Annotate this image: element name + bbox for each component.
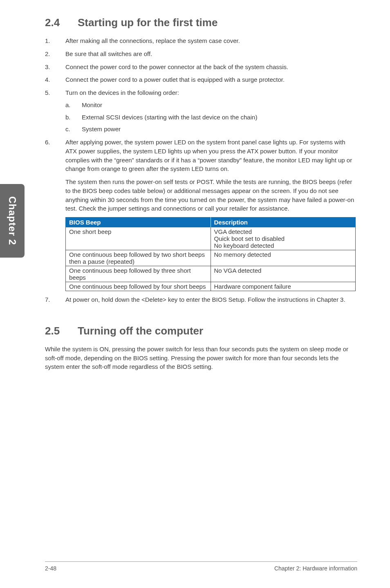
list-item: After making all the connections, replac… [45,36,357,45]
section-title: Turning off the computer [78,325,203,337]
list-item-text: Turn on the devices in the following ord… [65,89,179,96]
sub-list-item-text: Monitor [82,101,102,108]
sub-list-item-text: System power [82,126,121,132]
list-item-paragraph: After applying power, the system power L… [65,139,352,172]
list-item-paragraph: The system then runs the power-on self t… [65,177,357,213]
sub-list-item: Monitor [65,101,357,110]
section-heading-2-5: 2.5Turning off the computer [45,325,357,337]
side-tab-label: Chapter 2 [7,196,18,245]
table-header-cell: Description [211,217,356,227]
table-cell: No memory detected [211,250,356,266]
section-2-5: 2.5Turning off the computer While the sy… [45,325,357,371]
table-row: One continuous beep followed by three sh… [66,266,356,282]
table-cell: Hardware component failure [211,282,356,291]
sub-list-item: System power [65,125,357,134]
list-item: Be sure that all switches are off. [45,49,357,58]
list-item: Connect the power cord to the power conn… [45,63,357,72]
table-cell: No VGA detected [211,266,356,282]
table-row: One short beep VGA detected Quick boot s… [66,227,356,250]
list-item-text: After making all the connections, replac… [65,37,240,44]
list-item: After applying power, the system power L… [45,138,357,213]
footer-chapter-label: Chapter 2: Hardware information [274,565,357,572]
sub-list-item: External SCSI devices (starting with the… [65,113,357,122]
section-number: 2.5 [45,325,78,337]
table-cell: One short beep [66,227,211,250]
table-cell: One continuous beep followed by three sh… [66,266,211,282]
table-header-row: BIOS Beep Description [66,217,356,227]
list-item: At power on, hold down the <Delete> key … [45,295,357,304]
footer-page-number: 2-48 [45,565,56,572]
list-item-text: Connect the power cord to the power conn… [65,63,288,70]
list-item-text: Be sure that all switches are off. [65,50,152,57]
list-item-text: Connect the power cord to a power outlet… [65,76,285,83]
body-paragraph: While the system is ON, pressing the pow… [45,345,357,371]
table-row: One continuous beep followed by four sho… [66,282,356,291]
sub-ordered-list: Monitor External SCSI devices (starting … [65,101,357,134]
side-tab: Chapter 2 [0,184,25,258]
table-cell: VGA detected Quick boot set to disabled … [211,227,356,250]
list-item: Turn on the devices in the following ord… [45,88,357,134]
main-ordered-list: After making all the connections, replac… [45,36,357,213]
table-header-cell: BIOS Beep [66,217,211,227]
sub-list-item-text: External SCSI devices (starting with the… [82,114,257,121]
table-cell: One continuous beep followed by two shor… [66,250,211,266]
list-item-text: At power on, hold down the <Delete> key … [65,296,345,303]
section-heading-2-4: 2.4Starting up for the first time [45,16,357,29]
section-number: 2.4 [45,16,78,29]
bios-beep-table: BIOS Beep Description One short beep VGA… [65,217,356,291]
main-ordered-list-cont: At power on, hold down the <Delete> key … [45,295,357,304]
table-cell: One continuous beep followed by four sho… [66,282,211,291]
table-row: One continuous beep followed by two shor… [66,250,356,266]
section-title: Starting up for the first time [78,16,217,29]
list-item: Connect the power cord to a power outlet… [45,75,357,84]
page-footer: 2-48 Chapter 2: Hardware information [45,561,357,572]
